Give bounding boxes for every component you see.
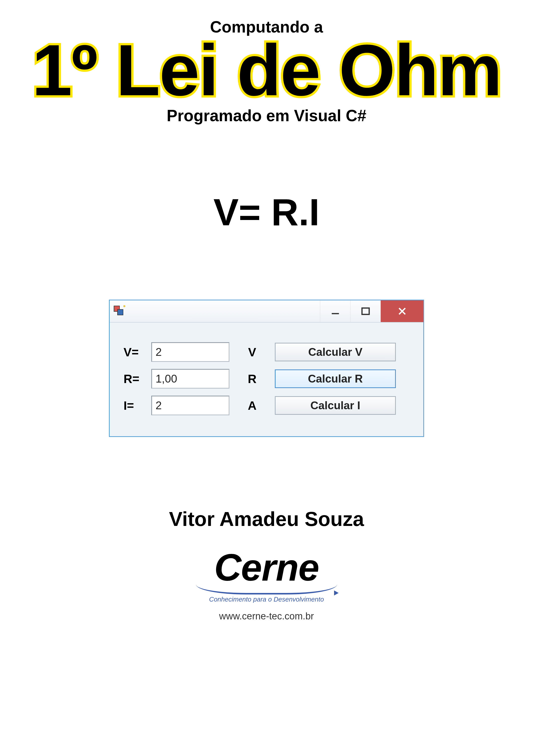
logo-text: Cerne [214,546,319,589]
minimize-button[interactable] [320,300,350,322]
row-resistance: R= R Calcular R [124,369,409,389]
svg-rect-1 [362,308,369,314]
window-controls [320,300,423,322]
row-current: I= A Calcular I [124,396,409,415]
unit-r: R [239,372,265,386]
label-v: V= [124,345,151,359]
app-window: V= V Calcular V R= R Calcular R I= A Cal… [109,300,424,437]
input-current[interactable] [151,396,229,415]
subtitle: Programado em Visual C# [167,106,366,125]
unit-v: V [239,345,265,359]
unit-a: A [239,399,265,413]
window-client-area: V= V Calcular V R= R Calcular R I= A Cal… [110,323,423,436]
logo-tagline: Conhecimento para o Desenvolvimento [209,595,324,603]
label-r: R= [124,372,151,386]
app-icon [114,306,125,317]
publisher-website: www.cerne-tec.com.br [219,611,314,622]
main-title: 1º Lei de Ohm [32,34,501,106]
publisher-logo: Cerne Conhecimento para o Desenvolviment… [196,546,337,622]
button-calc-i[interactable]: Calcular I [275,396,396,415]
maximize-button[interactable] [350,300,380,322]
author-name: Vitor Amadeu Souza [169,507,364,531]
input-resistance[interactable] [151,369,229,389]
input-voltage[interactable] [151,342,229,362]
label-i: I= [124,399,151,413]
ohm-formula: V= R.I [213,191,320,234]
book-cover-page: Computando a 1º Lei de Ohm Programado em… [0,0,533,756]
logo-swoosh-icon [196,584,337,594]
row-voltage: V= V Calcular V [124,342,409,362]
button-calc-v[interactable]: Calcular V [275,343,396,361]
maximize-icon [361,307,370,316]
button-calc-r[interactable]: Calcular R [275,369,396,388]
window-titlebar[interactable] [110,300,423,323]
close-button[interactable] [380,300,423,322]
minimize-icon [330,307,340,316]
close-icon [397,306,407,316]
